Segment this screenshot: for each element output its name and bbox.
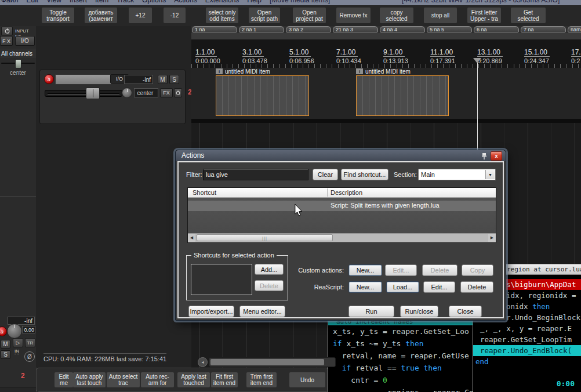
pan-display[interactable]: center: [134, 88, 158, 97]
region-tab-4[interactable]: 4 na 4: [380, 26, 425, 32]
toolbar-button-8[interactable]: copy selected: [380, 8, 413, 23]
list-horizontal-scrollbar[interactable]: ◀ ||| ▶: [188, 233, 496, 242]
menu-item-4[interactable]: Item: [95, 0, 108, 4]
actions-dialog[interactable]: Actions x Filter: Clear Find shortcut...…: [175, 150, 506, 321]
pan-knob[interactable]: [122, 88, 132, 98]
menu-item-5[interactable]: Track: [117, 0, 134, 4]
editor-left-code[interactable]: x_ts, y_ts = reaper.GetSet_Looif x_ts ~=…: [328, 325, 473, 392]
menu-item-0[interactable]: Файл: [1, 0, 19, 4]
timeline-ruler[interactable]: 1.1.000:00.0003.1.000:03.4785.1.000:06.9…: [191, 39, 581, 68]
track-name-field[interactable]: [55, 74, 111, 85]
custom-new-button[interactable]: New...: [348, 264, 382, 276]
bottom-toolbar-button-3[interactable]: Auto rec-arm for: [141, 372, 174, 387]
track-volume-display[interactable]: -inf: [124, 75, 153, 84]
delete-shortcut-button[interactable]: Delete: [255, 280, 284, 291]
pan-slider-handle[interactable]: [15, 59, 21, 68]
track-fx-button[interactable]: FX: [160, 88, 173, 97]
bottom-toolbar-button-6[interactable]: Trim first item end: [246, 372, 277, 387]
all-channels-label[interactable]: All channels: [0, 49, 36, 58]
mixer-mute-button[interactable]: M: [1, 340, 10, 349]
mixer-solo-button[interactable]: S: [1, 350, 10, 359]
filter-input[interactable]: [203, 169, 308, 180]
scroll-right-arrow-icon[interactable]: ▶: [488, 234, 496, 242]
reascript-edit-button[interactable]: Edit...: [423, 281, 455, 293]
clear-button[interactable]: Clear: [313, 169, 338, 180]
reascript-load-button[interactable]: Load...: [386, 281, 419, 293]
solo-button[interactable]: S: [169, 75, 179, 84]
menu-item-1[interactable]: Edit: [27, 0, 39, 4]
action-list[interactable]: Shortcut Description Script: Split items…: [187, 187, 496, 243]
track-2-panel[interactable]: a I/O -inf M S center FX 2: [39, 70, 186, 124]
custom-delete-button[interactable]: Delete: [422, 264, 457, 276]
toolbar-button-0[interactable]: Toggle transport: [42, 8, 74, 23]
toolbar-button-10[interactable]: First letter Upper - tra: [467, 8, 501, 23]
monitor-button[interactable]: ▷: [13, 338, 23, 347]
menu-item-3[interactable]: Insert: [70, 0, 87, 4]
list-scroll-thumb[interactable]: |||: [197, 234, 333, 241]
midi-item-1[interactable]: [216, 75, 309, 116]
run-close-button[interactable]: Run/close: [400, 306, 438, 317]
bottom-toolbar-button-4[interactable]: Apply last touched: [177, 372, 210, 387]
bottom-toolbar-button-7[interactable]: Undo: [289, 372, 325, 387]
region-tab-8[interactable]: nam: [568, 26, 581, 32]
toolbar-button-2[interactable]: +12: [129, 8, 152, 23]
volume-fader-track[interactable]: [45, 90, 122, 97]
import-export-button[interactable]: Import/export...: [188, 306, 234, 317]
track-power-toggle[interactable]: [174, 88, 182, 97]
section-dropdown[interactable]: Main ▼: [418, 169, 496, 180]
toolbar-button-3[interactable]: -12: [164, 8, 186, 23]
toolbar-button-11[interactable]: Get selected: [511, 8, 546, 23]
mixer-record-arm-button[interactable]: a: [0, 326, 7, 336]
scrollbar-thumb[interactable]: [210, 359, 324, 365]
toolbar-button-1[interactable]: добавить (заменит: [85, 8, 117, 23]
toolbar-button-7[interactable]: Remove fx: [336, 8, 371, 23]
menu-item-9[interactable]: Help: [247, 0, 262, 4]
fx-button[interactable]: F X: [0, 36, 13, 46]
description-column-header[interactable]: Description: [331, 189, 362, 196]
item-info-icon[interactable]: i: [356, 68, 363, 74]
scroll-left-arrow-icon[interactable]: ◀: [188, 234, 195, 242]
toolbar-button-6[interactable]: Open project pat: [293, 8, 326, 23]
volume-fader-handle[interactable]: [86, 88, 100, 99]
dialog-title-bar[interactable]: Actions x: [176, 150, 506, 161]
menu-item-2[interactable]: View: [46, 0, 61, 4]
reascript-new-button[interactable]: New...: [348, 281, 382, 293]
bottom-toolbar-button-5[interactable]: Fit first item end: [211, 372, 238, 387]
region-tab-5[interactable]: 5 na 5: [427, 26, 472, 32]
bottom-toolbar-button-1[interactable]: Auto apply last touch: [73, 372, 106, 387]
selected-action-row[interactable]: Script: Split items with given length.lu…: [188, 201, 496, 211]
mixer-pan-knob[interactable]: [7, 324, 22, 339]
item-info-icon[interactable]: i: [216, 68, 223, 74]
find-shortcut-button[interactable]: Find shortcut...: [341, 169, 388, 180]
region-tab-1[interactable]: 2 na 1: [239, 26, 284, 32]
toolbar-button-4[interactable]: select only odd items: [206, 8, 238, 23]
region-tab-6[interactable]: 6 na: [474, 26, 519, 32]
io-button[interactable]: I/O: [15, 36, 35, 46]
region-tab-2[interactable]: 3 na 2: [286, 26, 331, 32]
close-button[interactable]: Close: [449, 306, 482, 317]
list-header[interactable]: Shortcut Description: [188, 188, 496, 198]
close-icon[interactable]: x: [491, 151, 502, 161]
region-tab-7[interactable]: 7 na: [521, 26, 566, 32]
toolbar-button-9[interactable]: stop all: [424, 8, 457, 23]
toolbar-button-5[interactable]: Open script path: [249, 8, 280, 23]
reascript-delete-button[interactable]: Delete: [460, 281, 493, 293]
menu-item-6[interactable]: Options: [142, 0, 166, 4]
script-editor-left[interactable]: auto increment names x_ts, y_ts = reaper…: [328, 317, 474, 392]
trim-envelope-button[interactable]: TR: [25, 338, 35, 347]
shortcut-column-header[interactable]: Shortcut: [193, 189, 216, 196]
record-arm-button[interactable]: a: [44, 74, 54, 84]
add-shortcut-button[interactable]: Add...: [255, 264, 284, 275]
region-tab-0[interactable]: 1 na: [192, 26, 237, 32]
mute-button[interactable]: M: [158, 75, 168, 84]
phase-button[interactable]: Ø: [24, 351, 35, 362]
run-button[interactable]: Run: [348, 306, 394, 317]
menu-editor-button[interactable]: Menu editor...: [239, 306, 285, 317]
menu-item-8[interactable]: Extensions: [205, 0, 239, 4]
custom-edit-button[interactable]: Edit...: [385, 264, 417, 276]
edit-cursor-handle[interactable]: [473, 58, 481, 63]
custom-copy-button[interactable]: Copy: [462, 264, 493, 276]
scroll-left-button[interactable]: ◂: [198, 357, 208, 367]
track-power-button[interactable]: [1, 27, 13, 35]
horizontal-scrollbar[interactable]: [209, 357, 336, 367]
